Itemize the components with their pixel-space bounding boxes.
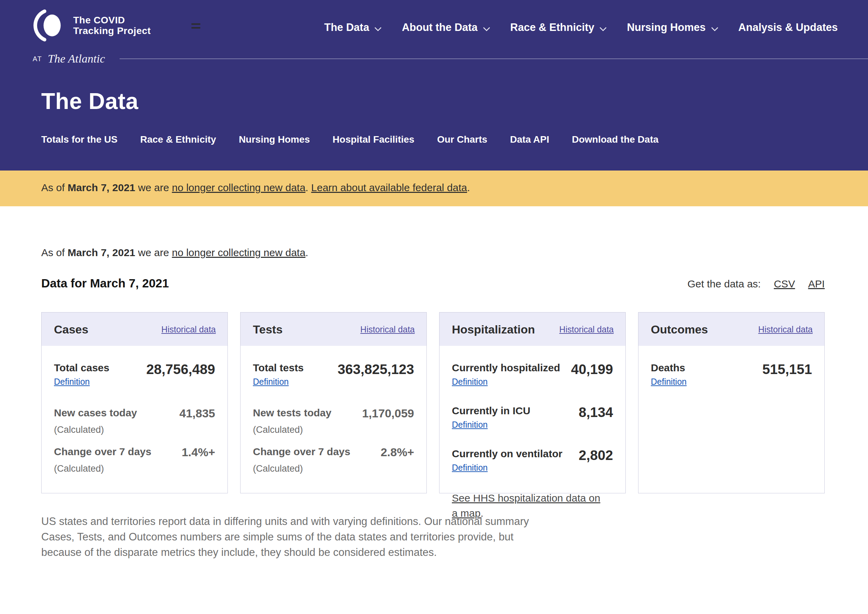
stat-label: Deaths: [651, 362, 687, 374]
stat-row: Deaths Definition 515,151: [651, 362, 812, 387]
top-bar: The COVID Tracking Project The Data Abou…: [0, 0, 868, 42]
stat-label: Change over 7 days: [253, 446, 350, 458]
subnav-download-the-data[interactable]: Download the Data: [572, 134, 659, 145]
card-tests: Tests Historical data Total tests Defini…: [240, 312, 427, 493]
chevron-down-icon: [483, 22, 490, 34]
header-divider: [119, 58, 868, 59]
card-title: Tests: [253, 323, 282, 336]
nav-item-analysis-updates[interactable]: Analysis & Updates: [738, 21, 838, 34]
stat-row: Change over 7 days (Calculated) 1.4%+: [54, 446, 215, 474]
nav-item-about-the-data[interactable]: About the Data: [402, 21, 490, 34]
site-header: The COVID Tracking Project The Data Abou…: [0, 0, 868, 171]
definition-link[interactable]: Definition: [253, 377, 289, 387]
stat-row: Currently hospitalized Definition 40,199: [452, 362, 613, 387]
main-content: As of March 7, 2021 we are no longer col…: [0, 247, 868, 560]
page: The COVID Tracking Project The Data Abou…: [0, 0, 868, 614]
subnav-hospital-facilities[interactable]: Hospital Facilities: [333, 134, 414, 145]
menu-icon-bar: [191, 23, 200, 25]
definition-link[interactable]: Definition: [651, 377, 687, 387]
nav-item-label: The Data: [324, 21, 369, 34]
get-data-label: Get the data as:: [687, 278, 760, 290]
chevron-down-icon: [711, 22, 719, 34]
notice-text: .: [305, 247, 308, 258]
nav-item-the-data[interactable]: The Data: [324, 21, 382, 34]
stat-label: Currently on ventilator: [452, 448, 563, 460]
banner-text: .: [305, 182, 308, 193]
stat-value: 41,835: [179, 407, 215, 420]
card-title: Hospitalization: [452, 323, 535, 336]
historical-data-link[interactable]: Historical data: [758, 325, 813, 334]
card-body: Total cases Definition 28,756,489 New ca…: [42, 346, 228, 474]
card-cases: Cases Historical data Total cases Defini…: [41, 312, 228, 493]
calculated-note: (Calculated): [54, 424, 137, 435]
card-hospitalization: Hospitalization Historical data Currentl…: [439, 312, 626, 493]
card-body: Total tests Definition 363,825,123 New t…: [240, 346, 426, 474]
card-header: Tests Historical data: [240, 312, 426, 346]
brand-logo[interactable]: The COVID Tracking Project: [33, 9, 151, 42]
definition-link[interactable]: Definition: [54, 377, 90, 387]
historical-data-link[interactable]: Historical data: [161, 325, 216, 334]
notice-text: we are: [138, 247, 169, 258]
subnav-our-charts[interactable]: Our Charts: [437, 134, 487, 145]
notice-text: As of: [41, 247, 65, 258]
section-title: Data for March 7, 2021: [41, 277, 169, 290]
historical-data-link[interactable]: Historical data: [360, 325, 415, 334]
the-atlantic-wordmark[interactable]: The Atlantic: [48, 52, 105, 65]
hero: The Data Totals for the US Race & Ethnic…: [0, 88, 868, 145]
summary-cards: Cases Historical data Total cases Defini…: [41, 312, 825, 493]
at-label: AT: [33, 55, 42, 63]
notice-link-no-longer-collecting[interactable]: no longer collecting new data: [172, 247, 305, 258]
api-link[interactable]: API: [808, 278, 825, 290]
csv-link[interactable]: CSV: [774, 278, 795, 290]
banner-link-federal-data[interactable]: Learn about available federal data: [312, 182, 467, 193]
get-data-group: Get the data as: CSV API: [687, 278, 825, 290]
subnav-race-ethnicity[interactable]: Race & Ethnicity: [140, 134, 216, 145]
calculated-note: (Calculated): [253, 463, 350, 474]
stat-label: Currently hospitalized: [452, 362, 560, 374]
banner-text: .: [467, 182, 470, 193]
stat-value: 40,199: [571, 362, 613, 377]
subnav-nursing-homes[interactable]: Nursing Homes: [239, 134, 310, 145]
main-nav: The Data About the Data Race & Ethnicity: [324, 21, 838, 34]
stat-value: 515,151: [762, 362, 812, 377]
stat-row: Change over 7 days (Calculated) 2.8%+: [253, 446, 414, 474]
nav-item-race-ethnicity[interactable]: Race & Ethnicity: [510, 21, 607, 34]
brand-name-line1: The COVID: [73, 15, 151, 25]
historical-data-link[interactable]: Historical data: [560, 325, 614, 334]
card-body: Currently hospitalized Definition 40,199…: [440, 346, 625, 521]
banner-text: As of: [41, 182, 65, 193]
stat-row: Currently in ICU Definition 8,134: [452, 405, 613, 430]
stat-label: New cases today: [54, 407, 137, 419]
card-header: Cases Historical data: [42, 312, 228, 346]
subnav-data-api[interactable]: Data API: [510, 134, 549, 145]
stat-row: Total cases Definition 28,756,489: [54, 362, 215, 387]
menu-icon[interactable]: [191, 23, 200, 31]
estimates-footnote: US states and territories report data in…: [41, 514, 545, 560]
nav-item-label: Race & Ethnicity: [510, 21, 594, 34]
nav-item-label: Nursing Homes: [627, 21, 705, 34]
definition-link[interactable]: Definition: [452, 420, 488, 430]
banner-link-no-longer-collecting[interactable]: no longer collecting new data: [172, 182, 305, 193]
definition-link[interactable]: Definition: [452, 377, 488, 387]
menu-icon-bar: [191, 27, 200, 28]
data-subnav: Totals for the US Race & Ethnicity Nursi…: [41, 134, 868, 145]
notice-banner: As of March 7, 2021 we are no longer col…: [0, 171, 868, 206]
stat-value: 2.8%+: [381, 446, 414, 459]
stat-label: Total cases: [54, 362, 109, 374]
page-title: The Data: [41, 88, 868, 114]
definition-link[interactable]: Definition: [452, 463, 488, 473]
chevron-down-icon: [374, 22, 382, 34]
stat-value: 28,756,489: [146, 362, 215, 377]
banner-text: we are: [138, 182, 169, 193]
stat-row: Currently on ventilator Definition 2,802: [452, 448, 613, 473]
subnav-totals-for-the-us[interactable]: Totals for the US: [41, 134, 118, 145]
nav-item-label: About the Data: [402, 21, 477, 34]
stat-value: 2,802: [579, 448, 613, 463]
brand-name-line2: Tracking Project: [73, 25, 151, 36]
stat-label: Currently in ICU: [452, 405, 530, 417]
stat-value: 1.4%+: [182, 446, 215, 459]
nav-item-nursing-homes[interactable]: Nursing Homes: [627, 21, 718, 34]
stat-label: Change over 7 days: [54, 446, 151, 458]
stat-row: Total tests Definition 363,825,123: [253, 362, 414, 387]
card-title: Outcomes: [651, 323, 708, 336]
